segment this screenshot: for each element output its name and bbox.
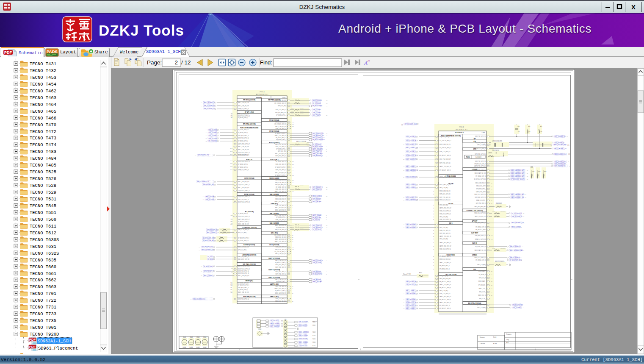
svg-text:10K 1%: 10K 1% bbox=[300, 98, 304, 99]
svg-text:I2S_SYSCLK_GPIO_21: I2S_SYSCLK_GPIO_21 bbox=[238, 268, 250, 270]
svg-text:SSP2_RXDSSP2_RXD: SSP2_RXDSSP2_RXD bbox=[554, 161, 566, 163]
svg-text:NC: NC bbox=[292, 301, 293, 302]
svg-text:RF CTRL (VIO1V8): RF CTRL (VIO1V8) bbox=[243, 123, 256, 125]
svg-text:UART1_RXD_GPIO_47: UART1_RXD_GPIO_47 bbox=[238, 143, 250, 145]
svg-text:GPIO_CLK_REQ: GPIO_CLK_REQ bbox=[439, 227, 448, 228]
svg-text:(R): (R) bbox=[326, 227, 328, 228]
svg-text:Designer: Designer bbox=[480, 336, 485, 338]
svg-text:SSP2_TXDSSP2_TX: SSP2_TXDSSP2_TX bbox=[204, 270, 214, 272]
svg-text:B13: B13 bbox=[231, 215, 233, 216]
svg-text:MEMS (NC): MEMS (NC) bbox=[246, 280, 253, 282]
svg-text:GPIO_CLK_R: GPIO_CLK_R bbox=[479, 277, 486, 279]
svg-text:1 N: 1 N bbox=[568, 153, 570, 155]
svg-text:UART 0 (VIO1V8): UART 0 (VIO1V8) bbox=[268, 258, 280, 259]
svg-text:NC: NC bbox=[230, 287, 232, 289]
svg-text:L40: L40 bbox=[285, 319, 287, 320]
svg-text:MMC1_DAT3_ND_IO8: MMC1_DAT3_ND_IO8 bbox=[275, 292, 287, 294]
svg-text:TECNO T466: TECNO T466 bbox=[30, 116, 56, 121]
svg-text:SSP2_RXD_GPIO_15: SSP2_RXD_GPIO_15 bbox=[475, 153, 486, 155]
svg-text:0201: 0201 bbox=[219, 236, 221, 236]
svg-text:(R): (R) bbox=[326, 196, 328, 197]
svg-text:SIM0_UCLKSIM0_UCLK: SIM0_UCLKSIM0_UCLK bbox=[197, 181, 209, 183]
svg-text:SSP2_RXD_GPIO_15: SSP2_RXD_GPIO_15 bbox=[275, 155, 286, 157]
svg-text:NC: NC bbox=[230, 282, 232, 284]
svg-text:GPIO_CLK_REQ: GPIO_CLK_REQ bbox=[439, 290, 448, 292]
svg-text:UART2_TXD_GPIO_45: UART2_TXD_GPIO_45 bbox=[474, 169, 486, 171]
svg-text:SSP2_RXD_GPIO_15: SSP2_RXD_GPIO_15 bbox=[238, 272, 249, 274]
svg-text:Checked: Checked bbox=[480, 343, 485, 345]
svg-text:UART1_RXD_GPIO_47: UART1_RXD_GPIO_47 bbox=[439, 245, 451, 247]
svg-text:UART1_RXD_GPIO_47: UART1_RXD_GPIO_47 bbox=[439, 207, 451, 209]
svg-text:PADS: PADS bbox=[47, 49, 58, 54]
svg-text:C943: C943 bbox=[196, 336, 200, 338]
svg-text:MMC1_DAT3MMC1_DAT3: MMC1_DAT3MMC1_DAT3 bbox=[510, 250, 523, 251]
svg-text:TECNO T531: TECNO T531 bbox=[30, 197, 56, 202]
svg-text:C171: C171 bbox=[230, 169, 232, 170]
svg-text:USB(K): USB(K) bbox=[472, 254, 477, 256]
svg-text:KP_MKOUT1KP_MKOU: KP_MKOUT1KP_MKOU bbox=[510, 259, 522, 261]
svg-text:GPIO_PG1GPIO_PG1: GPIO_PG1GPIO_PG1 bbox=[406, 144, 417, 145]
svg-text:R204: R204 bbox=[312, 335, 315, 336]
svg-text:SSP2_TXD_GPIO_14: SSP2_TXD_GPIO_14 bbox=[275, 273, 286, 275]
svg-text:TECNO T470: TECNO T470 bbox=[30, 122, 56, 128]
svg-text:R201: R201 bbox=[312, 325, 315, 326]
svg-text:TECNO T545: TECNO T545 bbox=[30, 203, 56, 208]
svg-text:KP_MKOUT1KP_MKOU: KP_MKOUT1KP_MKOU bbox=[312, 139, 325, 141]
svg-text:10K 1%: 10K 1% bbox=[300, 225, 304, 226]
svg-text:I2S_SYSCLK_GPIO_21: I2S_SYSCLK_GPIO_21 bbox=[238, 196, 250, 197]
svg-text:R811: R811 bbox=[291, 98, 294, 99]
svg-text:R450: R450 bbox=[419, 272, 422, 274]
svg-text:SSP2_TXD_GPIO_14: SSP2_TXD_GPIO_14 bbox=[238, 256, 249, 258]
svg-text:I2S_SYSCLKI2S_: I2S_SYSCLKI2S_ bbox=[270, 320, 279, 322]
svg-text:GPIO_CLK_REQ: GPIO_CLK_REQ bbox=[477, 264, 486, 266]
svg-text:UART1_RXDUART1_RXD: UART1_RXDUART1_RXD bbox=[511, 197, 524, 198]
svg-text:I2S_SYSCLK_GPIO_21: I2S_SYSCLK_GPIO_21 bbox=[238, 190, 250, 192]
svg-text:1 N: 1 N bbox=[567, 144, 569, 146]
svg-text:(R): (R) bbox=[326, 201, 328, 203]
svg-text:TECNO T632S: TECNO T632S bbox=[30, 251, 59, 256]
svg-text:SSP2_RXDSSP2_R: SSP2_RXDSSP2_R bbox=[554, 142, 564, 144]
svg-text:SIM 0 (VSIM0): SIM 0 (VSIM0) bbox=[270, 194, 279, 195]
svg-text:SSPA_CLK_GPIO_: SSPA_CLK_GPIO_ bbox=[476, 200, 486, 201]
svg-text:SIM0_UCLK_GPIO_50: SIM0_UCLK_GPIO_50 bbox=[275, 182, 286, 183]
svg-text:(R): (R) bbox=[523, 250, 525, 251]
svg-text:KP_MKIN0_GPIO_4: KP_MKIN0_GPIO_4 bbox=[276, 139, 286, 141]
svg-text:NC: NC bbox=[292, 237, 293, 238]
svg-text:MMC1_DAT3MMC: MMC1_DAT3MMC bbox=[312, 201, 322, 203]
svg-text:MMC1_CLK_ND_CLK: MMC1_CLK_ND_CLK bbox=[238, 246, 249, 248]
svg-text:TECNO T611: TECNO T611 bbox=[30, 224, 56, 229]
svg-text:PR28 L7 R23 NR: PR28 L7 R23 NR bbox=[296, 141, 307, 142]
svg-text:KP_DKIN1_GPIO_13: KP_DKIN1_GPIO_13 bbox=[475, 246, 486, 247]
svg-text:C145: C145 bbox=[230, 142, 232, 144]
svg-text:14: 14 bbox=[401, 124, 403, 126]
svg-text:GPIO_PG1_RES_DET: GPIO_PG1_RES_DET bbox=[275, 112, 286, 114]
svg-text:MMC1_CMD_ND_IO9: MMC1_CMD_ND_IO9 bbox=[238, 146, 249, 147]
svg-text:R207: R207 bbox=[312, 345, 315, 347]
svg-text:KP_MKIN0_GPIO_4: KP_MKIN0_GPIO_4 bbox=[439, 268, 450, 270]
svg-text:SSP2_RXDSSP2_RXD: SSP2_RXDSSP2_RXD bbox=[207, 229, 218, 231]
svg-text:I2S_SYSCLKI2S_SYSC: I2S_SYSCLKI2S_SYSC bbox=[203, 237, 215, 239]
svg-text:TECNO T630S: TECNO T630S bbox=[30, 237, 59, 242]
svg-text:GPIO_PG1_RES_DET: GPIO_PG1_RES_DET bbox=[474, 206, 486, 208]
svg-text:R: R bbox=[521, 227, 522, 228]
svg-text:R: R bbox=[326, 217, 327, 218]
svg-text:SSPA_CLK_GPIO_23: SSPA_CLK_GPIO_23 bbox=[276, 164, 287, 165]
svg-text:NC: NC bbox=[292, 286, 293, 287]
svg-text:I2S_SYSCLK_GPIO_21: I2S_SYSCLK_GPIO_21 bbox=[238, 216, 250, 217]
svg-text:GPIO_CLK_REQ: GPIO_CLK_REQ bbox=[477, 307, 486, 308]
svg-text:SSP2_RXDSSP2_RXD: SSP2_RXDSSP2_RXD bbox=[312, 135, 324, 136]
svg-text:C149: C149 bbox=[230, 154, 232, 155]
svg-text:I2S_SYSCLK_GPIO_21: I2S_SYSCLK_GPIO_21 bbox=[238, 201, 250, 203]
svg-text:KP_MKIN0_GPIO_4: KP_MKIN0_GPIO_4 bbox=[475, 175, 486, 177]
svg-text:SIM0_UCLKSIM0_: SIM0_UCLKSIM0_ bbox=[208, 138, 218, 139]
svg-text:KP_DKIN1_GPIO_13: KP_DKIN1_GPIO_13 bbox=[439, 305, 450, 306]
svg-text:(M): (M) bbox=[326, 106, 328, 107]
svg-text:MMC1_DAT3_ND_IO8: MMC1_DAT3_ND_IO8 bbox=[238, 275, 249, 277]
svg-text:SSP2_RXD_GPIO_15: SSP2_RXD_GPIO_15 bbox=[439, 233, 451, 234]
svg-text:UART2_TXD_: UART2_TXD_ bbox=[478, 288, 486, 289]
svg-text:GPIO_PG1_RES_DET: GPIO_PG1_RES_DET bbox=[439, 158, 451, 160]
svg-text:I2S_SYSCLK_GPIO_21: I2S_SYSCLK_GPIO_21 bbox=[274, 251, 286, 253]
svg-text:UART 5 (NC): UART 5 (NC) bbox=[270, 296, 279, 297]
svg-text:SSP2_RXD_GPIO_15: SSP2_RXD_GPIO_15 bbox=[275, 267, 286, 268]
svg-text:(M): (M) bbox=[567, 136, 568, 137]
